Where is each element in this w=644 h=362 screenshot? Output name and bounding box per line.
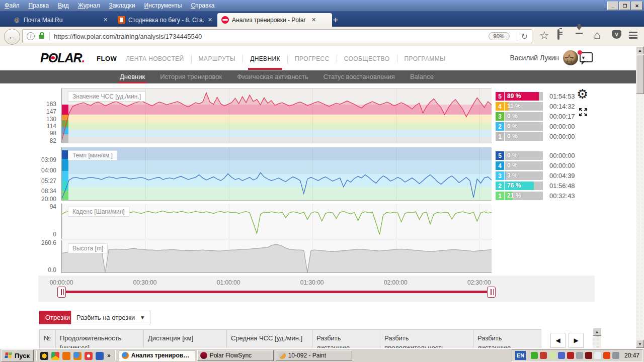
polar-logo[interactable]: POLAR. xyxy=(40,51,85,65)
back-button[interactable]: ← xyxy=(4,29,20,45)
new-tab-button[interactable]: + xyxy=(328,13,343,27)
nav-item-4[interactable]: ПРОГРЕСС xyxy=(288,55,337,62)
home-icon[interactable]: ⌂ xyxy=(594,30,600,40)
user-name[interactable]: Василий Лукин xyxy=(510,54,559,62)
column-header[interactable]: Продолжительность [чч:мм:сс] xyxy=(56,330,144,348)
tab-2[interactable]: Стодневка по бегу - 8. Ста...✕ xyxy=(114,13,223,27)
start-button[interactable]: Пуск xyxy=(1,349,34,361)
downloader-icon[interactable] xyxy=(585,352,592,359)
menu-item[interactable]: Вид xyxy=(53,0,73,11)
tab-3[interactable]: Анализ тренировки - Polar F...✕ xyxy=(217,13,332,27)
leaf-icon[interactable] xyxy=(549,352,556,359)
column-header[interactable]: Разбить дистанцию xyxy=(312,330,380,348)
zone-number: 3 xyxy=(496,112,504,121)
tab-1[interactable]: @Почта Mail.Ru✕ xyxy=(9,13,118,27)
menu-item[interactable]: Правка xyxy=(24,0,54,11)
column-header[interactable]: Разбить дистанцию xyxy=(473,330,541,348)
zone-number: 5 xyxy=(496,92,504,101)
subnav-item-1[interactable]: Дневник xyxy=(120,70,145,83)
url-text[interactable]: https://flow.polar.com/training/analysis… xyxy=(54,33,489,40)
menu-item[interactable]: Инструменты xyxy=(140,0,187,11)
subnav-item-3[interactable]: Физическая активность xyxy=(237,70,308,83)
save-icon[interactable] xyxy=(96,352,104,360)
zoom-indicator[interactable]: 90% xyxy=(489,32,510,40)
speaker-icon[interactable] xyxy=(612,352,619,359)
aimp-icon[interactable] xyxy=(40,352,48,360)
zone-percent: 0 % xyxy=(507,151,518,160)
sync-check-icon[interactable] xyxy=(594,352,601,359)
taskbar-button[interactable]: 10-092 - Paint xyxy=(276,350,352,361)
nav-item-5[interactable]: СООБЩЕСТВО xyxy=(337,55,397,62)
menu-item[interactable]: Файл xyxy=(0,0,24,11)
lock-icon[interactable] xyxy=(39,35,44,39)
column-header[interactable]: № xyxy=(40,330,56,348)
column-header[interactable]: Дистанция [км] xyxy=(144,330,227,348)
menu-icon[interactable] xyxy=(629,32,637,40)
language-indicator[interactable]: EN xyxy=(515,351,526,360)
nav-item-6[interactable]: ПРОГРАММЫ xyxy=(397,55,453,62)
nav-item-2[interactable]: МАРШРУТЫ xyxy=(192,55,243,62)
taskbar-button[interactable]: Polar FlowSync xyxy=(197,350,274,361)
scroll-down-icon[interactable]: ▼ xyxy=(636,340,644,348)
close-icon[interactable]: ✕ xyxy=(208,17,212,23)
restore-button[interactable]: ❐ xyxy=(619,2,630,10)
bookmarks-sidebar-icon[interactable] xyxy=(557,30,559,39)
antivirus-a-icon[interactable] xyxy=(531,352,538,359)
chart-pace[interactable]: Темп [мин/км ] xyxy=(61,147,492,201)
split-dropdown-label: Разбить на отрезки xyxy=(76,314,135,321)
pocket-icon[interactable]: ∨ xyxy=(612,30,621,39)
column-header[interactable]: Разбить продолжительность xyxy=(380,330,473,348)
chart-altitude[interactable]: Высота [m] xyxy=(61,240,492,273)
bookmark-star-icon[interactable]: ☆ xyxy=(539,30,549,41)
favorite-star-icon[interactable]: ☆ xyxy=(564,52,575,66)
quick-launch-overflow[interactable]: » xyxy=(107,352,111,359)
zone-bar: 11 % xyxy=(505,102,543,111)
opera-icon[interactable] xyxy=(85,352,93,360)
menu-item[interactable]: Закладки xyxy=(105,0,140,11)
range-slider-track[interactable] xyxy=(61,291,491,293)
menu-item[interactable]: Журнал xyxy=(73,0,105,11)
scroll-up-icon[interactable]: ▲ xyxy=(593,328,601,336)
page-info-icon[interactable]: i xyxy=(27,32,35,40)
zone-number: 4 xyxy=(496,161,504,170)
reload-icon[interactable]: ↻ xyxy=(521,32,528,41)
axis-tick-label: 130 xyxy=(46,116,56,123)
close-icon[interactable]: ✕ xyxy=(311,17,316,23)
next-page-button[interactable]: ▶ xyxy=(569,333,584,348)
nav-item-1[interactable]: ЛЕНТА НОВОСТЕЙ xyxy=(119,55,191,62)
subnav-item-4[interactable]: Статус восстановления xyxy=(324,70,395,83)
address-bar[interactable]: i https://flow.polar.com/training/analys… xyxy=(22,29,532,43)
scroll-up-icon[interactable]: ▲ xyxy=(636,46,644,54)
split-dropdown[interactable]: Разбить на отрезки ▼ xyxy=(71,311,150,324)
nav-item-3[interactable]: ДНЕВНИК xyxy=(243,55,287,62)
clock[interactable]: 20:47 xyxy=(624,352,639,359)
range-slider-handle-left[interactable] xyxy=(57,287,66,298)
bug-icon[interactable] xyxy=(540,352,547,359)
chart-cadence[interactable]: Каденс [Шаги/мин] xyxy=(61,204,492,239)
prev-page-button[interactable]: ◀ xyxy=(550,333,566,348)
column-header[interactable]: Средняя ЧСС [уд./мин.] xyxy=(227,330,312,348)
table-scrollbar[interactable]: ▲ xyxy=(593,328,601,348)
puzzle-icon[interactable] xyxy=(558,352,565,359)
minimize-button[interactable]: _ xyxy=(607,2,618,10)
gear-icon[interactable]: ⚙ xyxy=(577,86,588,102)
feedback-bubble-icon[interactable] xyxy=(580,52,593,62)
target-icon[interactable] xyxy=(603,352,610,359)
downloads-icon[interactable] xyxy=(576,30,582,39)
shield-icon[interactable] xyxy=(567,352,574,359)
range-slider-handle-right[interactable] xyxy=(487,287,496,298)
chart-heart-rate[interactable]: Значение ЧСС [уд./мин.] xyxy=(61,88,492,143)
browser-scrollbar[interactable]: ▲ ▼ xyxy=(636,46,644,348)
app-orange-icon[interactable] xyxy=(62,352,70,360)
close-button[interactable]: ✕ xyxy=(631,2,642,10)
taskbar-button[interactable]: Анализ тренировки - ... xyxy=(119,350,195,361)
chrome-icon[interactable] xyxy=(51,352,59,360)
fullscreen-icon[interactable] xyxy=(578,107,589,120)
scrollbar-thumb[interactable] xyxy=(636,55,644,94)
subnav-item-5[interactable]: Balance xyxy=(410,70,434,83)
menu-item[interactable]: Справка xyxy=(186,0,219,11)
firefox-icon[interactable] xyxy=(73,352,82,360)
subnav-item-2[interactable]: История тренировок xyxy=(160,70,222,83)
close-icon[interactable]: ✕ xyxy=(103,17,108,23)
webcam-icon[interactable] xyxy=(576,352,583,359)
